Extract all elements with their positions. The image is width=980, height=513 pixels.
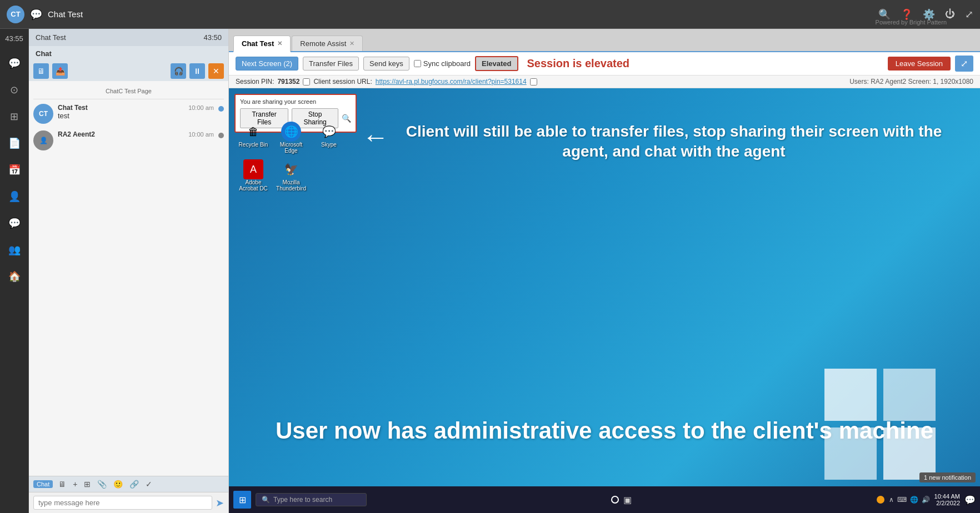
- session-toolbar: Next Screen (2) Transfer Files Send keys…: [229, 52, 980, 76]
- session-url[interactable]: https://avl-ra.pl.bugfocus.com/ra/client…: [376, 78, 527, 86]
- chat-badge: Chat: [33, 480, 53, 488]
- taskbar-system-icons: ∧ ⌨ 🌐 🔊: [889, 496, 930, 504]
- chat-input[interactable]: [33, 496, 212, 510]
- thunderbird-icon: 🦅: [281, 159, 301, 179]
- sidebar-item-chat2[interactable]: 💬: [6, 215, 23, 232]
- caret-icon: ∧: [889, 496, 894, 504]
- chat-bottom-toolbar: Chat 🖥 + ⊞ 📎 🙂 🔗 ✓: [29, 476, 228, 492]
- tab-bar: Chat Test ✕ Remote Assist ✕: [229, 29, 980, 52]
- leave-session-button[interactable]: Leave Session: [888, 57, 951, 71]
- taskbar-record-icon: ▣: [623, 495, 632, 505]
- powered-by: Powered by Bright Pattern: [876, 19, 947, 26]
- checkmark-button[interactable]: ✓: [144, 479, 153, 490]
- pin-value: 791352: [277, 78, 299, 86]
- sync-clipboard-label: Sync clipboard: [423, 59, 471, 68]
- skype-icon: 💬: [319, 122, 339, 142]
- sidebar-item-chat[interactable]: 💬: [6, 55, 23, 72]
- notification-badge[interactable]: 1 new notification: [919, 472, 976, 482]
- session-info-bar: Session PIN: 791352 Client session URL: …: [229, 76, 980, 88]
- pin-checkbox[interactable]: [303, 78, 310, 86]
- chat-panel: Chat Test 43:50 Chat 🖥 📤 🎧 ⏸ ✕ ChatC Tes…: [29, 29, 229, 513]
- expand-session-button[interactable]: ⤢: [955, 56, 973, 72]
- network-icon: 🌐: [910, 496, 918, 504]
- avatar: CT: [33, 104, 53, 124]
- add-button[interactable]: +: [72, 479, 78, 490]
- link-button[interactable]: 🔗: [128, 479, 140, 490]
- tab-close-icon[interactable]: ✕: [349, 40, 354, 47]
- sidebar-item-document[interactable]: 📄: [6, 135, 23, 152]
- message-text: test: [58, 112, 214, 120]
- windows-logo: [824, 369, 936, 480]
- taskbar-notification-icon[interactable]: 💬: [964, 495, 976, 505]
- volume-icon: 🔊: [922, 496, 930, 504]
- search-icon: 🔍: [262, 496, 270, 504]
- chat-session-time: 43:50: [203, 33, 222, 42]
- transfer-button[interactable]: 📤: [52, 63, 68, 79]
- monitor-icon-button[interactable]: 🖥: [57, 479, 67, 490]
- list-item: 💬 Skype: [312, 122, 346, 154]
- url-checkbox[interactable]: [530, 78, 537, 86]
- chat-session-name: Chat Test: [36, 33, 66, 42]
- chat-input-area: ➤: [29, 492, 228, 513]
- tab-chat-test[interactable]: Chat Test ✕: [233, 36, 291, 52]
- clip-button[interactable]: 📎: [96, 479, 108, 490]
- send-keys-button[interactable]: Send keys: [363, 57, 409, 71]
- sync-clipboard-checkbox[interactable]: [414, 60, 421, 67]
- power-icon[interactable]: ⏻: [945, 8, 955, 20]
- sender-name: RA2 Aeent2: [58, 130, 95, 138]
- table-row: 👤 RA2 Aeent2 10:00 am: [33, 130, 224, 150]
- taskbar-search[interactable]: 🔍 Type here to search: [256, 493, 367, 506]
- taskbar-start-button[interactable]: ⊞: [233, 491, 251, 509]
- app-title: Chat Test: [48, 9, 83, 19]
- grid-icon-button[interactable]: ⊞: [83, 479, 92, 490]
- transfer-files-button[interactable]: Transfer Files: [303, 57, 359, 71]
- tab-close-icon[interactable]: ✕: [277, 40, 282, 47]
- table-row: CT Chat Test 10:00 am test: [33, 104, 224, 124]
- emoji-button[interactable]: 🙂: [112, 479, 124, 490]
- unread-dot: [218, 106, 224, 112]
- sidebar-item-home[interactable]: 🏠: [6, 268, 23, 285]
- sidebar-item-grid[interactable]: ⊞: [8, 108, 21, 125]
- desktop-icons: 🗑 Recycle Bin 🌐 Microsoft Edge 💬 Skype A: [237, 122, 346, 192]
- avatar: 👤: [33, 130, 53, 150]
- taskbar-dot: [877, 496, 884, 504]
- icon-label: Mozilla Thunderbird: [274, 179, 308, 192]
- hold-button[interactable]: ⏸: [189, 63, 205, 79]
- main-layout: 43:55 💬 ⊙ ⊞ 📄 📅 👤 💬 👥 🏠 Chat Test 43:50 …: [0, 29, 980, 513]
- expand-icon[interactable]: ⤢: [965, 8, 973, 21]
- recycle-bin-icon: 🗑: [243, 122, 263, 142]
- audio-button[interactable]: 🎧: [171, 63, 186, 79]
- elevated-button[interactable]: Elevated: [475, 56, 518, 71]
- sidebar-icons: 43:55 💬 ⊙ ⊞ 📄 📅 👤 💬 👥 🏠: [0, 29, 29, 513]
- end-button[interactable]: ✕: [208, 63, 224, 79]
- icon-label: Adobe Acrobat DC: [237, 179, 270, 192]
- chat-messages: ChatC Test Page CT Chat Test 10:00 am te…: [29, 81, 228, 476]
- message-time: 10:00 am: [188, 104, 214, 111]
- sidebar-item-toggle[interactable]: ⊙: [8, 82, 21, 98]
- list-item: A Adobe Acrobat DC: [237, 159, 270, 192]
- sidebar-item-calendar[interactable]: 📅: [6, 162, 23, 178]
- edge-icon: 🌐: [281, 122, 301, 142]
- search-text: Type here to search: [273, 496, 332, 504]
- chat-send-button[interactable]: ➤: [216, 497, 224, 509]
- annotation-arrow: ←: [362, 122, 389, 152]
- annotation-text: Client will still be able to transfer fi…: [401, 122, 947, 162]
- icon-label: Skype: [321, 142, 337, 148]
- chat-toolbar: 🖥 📤 🎧 ⏸ ✕: [29, 61, 228, 81]
- sidebar-item-people[interactable]: 👥: [6, 242, 23, 258]
- tab-label: Chat Test: [242, 39, 274, 48]
- elevated-notice: Session is elevated: [527, 57, 630, 70]
- svg-rect-0: [824, 369, 877, 421]
- tab-remote-assist[interactable]: Remote Assist ✕: [292, 36, 363, 51]
- next-screen-button[interactable]: Next Screen (2): [236, 57, 298, 71]
- app-logo: CT: [7, 6, 24, 23]
- chat-panel-header: Chat Test 43:50: [29, 29, 228, 46]
- screen-share-button[interactable]: 🖥: [33, 63, 49, 79]
- chat-icon: 💬: [30, 8, 42, 21]
- sidebar-item-person[interactable]: 👤: [6, 188, 23, 205]
- chat-subheader: Chat: [29, 46, 228, 61]
- sync-clipboard-area: Sync clipboard: [414, 59, 471, 68]
- list-item: 🗑 Recycle Bin: [237, 122, 270, 154]
- message-content: Chat Test 10:00 am test: [58, 104, 214, 120]
- message-content: RA2 Aeent2 10:00 am: [58, 130, 214, 138]
